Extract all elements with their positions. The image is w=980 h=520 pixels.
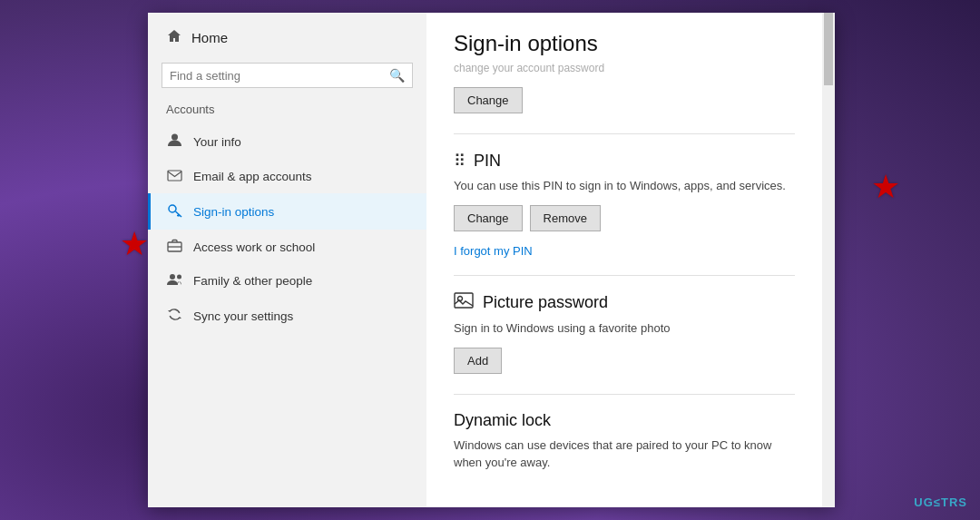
pin-icon: ⠿ <box>454 151 465 171</box>
home-icon <box>166 29 182 46</box>
scrollbar-thumb[interactable] <box>824 13 833 85</box>
page-title: Sign-in options <box>454 31 795 56</box>
pin-title: PIN <box>474 152 501 171</box>
scrollbar-track[interactable] <box>822 13 835 507</box>
settings-window: Home 🔍 Accounts Your info <box>148 13 835 507</box>
forgot-pin-link[interactable]: I forgot my PIN <box>454 244 533 258</box>
dynamic-lock-title: Dynamic lock <box>454 411 551 430</box>
sidebar: Home 🔍 Accounts Your info <box>148 13 426 507</box>
pin-change-button[interactable]: Change <box>454 205 523 231</box>
picture-password-add-button[interactable]: Add <box>454 348 502 374</box>
pin-remove-button[interactable]: Remove <box>530 205 601 231</box>
dynamic-lock-description: Windows can use devices that are paired … <box>454 437 795 470</box>
home-nav-item[interactable]: Home <box>148 13 426 59</box>
sidebar-item-access-work[interactable]: Access work or school <box>148 230 426 264</box>
sidebar-item-label-email: Email & app accounts <box>193 170 312 183</box>
picture-password-title: Picture password <box>483 293 608 312</box>
email-icon <box>166 169 182 184</box>
main-content: Sign-in options change your account pass… <box>426 13 822 507</box>
sync-icon <box>166 307 182 325</box>
divider-1 <box>454 133 795 134</box>
change-password-button[interactable]: Change <box>454 87 523 113</box>
dynamic-lock-title-row: Dynamic lock <box>454 411 795 430</box>
pin-section: ⠿ PIN You can use this PIN to sign in to… <box>454 151 795 259</box>
key-icon <box>166 202 182 221</box>
sidebar-item-sync[interactable]: Sync your settings <box>148 298 426 334</box>
sidebar-item-label-your-info: Your info <box>193 135 241 149</box>
your-info-icon <box>166 132 182 151</box>
picture-password-buttons: Add <box>454 348 795 378</box>
password-subtitle: change your account password <box>454 62 795 74</box>
picture-password-description: Sign in to Windows using a favorite phot… <box>454 320 795 337</box>
picture-password-icon <box>454 292 474 313</box>
sidebar-item-label-sync: Sync your settings <box>193 309 293 323</box>
picture-password-title-row: Picture password <box>454 292 795 313</box>
pin-buttons: Change Remove <box>454 205 795 235</box>
pin-description: You can use this PIN to sign in to Windo… <box>454 178 795 194</box>
picture-password-section: Picture password Sign in to Windows usin… <box>454 292 795 378</box>
svg-point-9 <box>177 275 181 280</box>
divider-3 <box>454 394 795 395</box>
dynamic-lock-section: Dynamic lock Windows can use devices tha… <box>454 411 795 470</box>
sidebar-item-your-info[interactable]: Your info <box>148 123 426 160</box>
briefcase-icon <box>166 239 182 255</box>
sidebar-item-sign-in-options[interactable]: Sign-in options <box>148 193 426 230</box>
sidebar-section-label: Accounts <box>148 99 426 123</box>
sidebar-item-family[interactable]: Family & other people <box>148 264 426 298</box>
sidebar-item-label-sign-in: Sign-in options <box>193 205 274 219</box>
svg-point-2 <box>169 205 176 212</box>
svg-rect-10 <box>455 293 473 308</box>
svg-rect-1 <box>168 171 181 181</box>
sidebar-item-label-access-work: Access work or school <box>193 240 315 254</box>
search-box[interactable]: 🔍 <box>162 63 413 88</box>
sidebar-item-email-app-accounts[interactable]: Email & app accounts <box>148 160 426 193</box>
search-input[interactable] <box>170 69 389 83</box>
divider-2 <box>454 275 795 276</box>
svg-point-0 <box>172 134 178 141</box>
search-button[interactable]: 🔍 <box>389 68 405 83</box>
pin-title-row: ⠿ PIN <box>454 151 795 171</box>
sidebar-item-label-family: Family & other people <box>193 274 312 288</box>
watermark: UG≤TRS <box>914 495 967 509</box>
svg-point-8 <box>170 274 175 280</box>
people-icon <box>166 273 182 289</box>
home-label: Home <box>191 30 228 45</box>
